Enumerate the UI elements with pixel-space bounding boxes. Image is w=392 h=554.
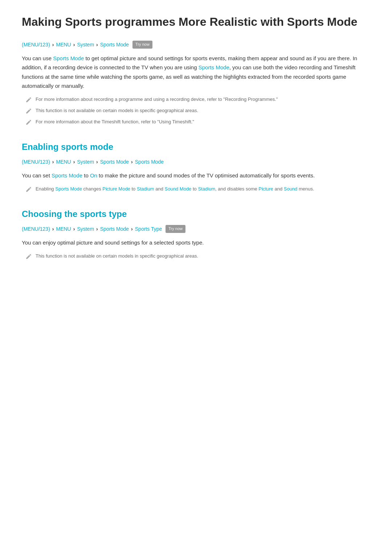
breadcrumb-separator-2: › [73,41,75,49]
enabling-sep-1: › [52,158,54,166]
enabling-sep-4: › [131,158,133,166]
page-title: Making Sports programmes More Realistic … [22,15,370,30]
choosing-sep-4: › [131,225,133,233]
enabling-breadcrumb: (MENU/123) › MENU › System › Sports Mode… [22,158,370,166]
choosing-heading: Choosing the sports type [22,207,370,221]
intro-note-3: For more information about the Timeshift… [25,118,370,126]
intro-note-3-text: For more information about the Timeshift… [36,118,194,126]
choosing-note-icon [25,253,32,260]
choosing-breadcrumb-system[interactable]: System [77,225,94,233]
sports-mode-link-1[interactable]: Sports Mode [53,55,84,61]
enabling-note-sports-mode[interactable]: Sports Mode [55,186,82,192]
note-icon-2 [25,108,32,114]
breadcrumb-separator-1: › [52,41,54,49]
intro-note-2: This function is not available on certai… [25,107,370,115]
enabling-sep-2: › [73,158,75,166]
breadcrumb-code: (MENU/123) [22,41,50,49]
intro-breadcrumb: (MENU/123) › MENU › System › Sports Mode… [22,41,370,49]
enabling-note-stadium-1[interactable]: Stadium [137,186,154,192]
sports-mode-link-2[interactable]: Sports Mode [199,64,229,70]
note-icon-3 [25,119,32,126]
enabling-note-text: Enabling Sports Mode changes Picture Mod… [36,185,314,193]
enabling-breadcrumb-sports-mode-2[interactable]: Sports Mode [135,158,164,166]
choosing-sep-3: › [96,225,98,233]
breadcrumb-menu[interactable]: MENU [56,41,71,49]
choosing-breadcrumb-menu[interactable]: MENU [56,225,71,233]
enabling-body: You can set Sports Mode to On to make th… [22,171,370,180]
try-now-badge-intro[interactable]: Try now [132,41,152,49]
choosing-sep-2: › [73,225,75,233]
enabling-note-stadium-2[interactable]: Stadium [198,186,215,192]
choosing-note-1: This function is not available on certai… [25,253,370,260]
enabling-notes: Enabling Sports Mode changes Picture Mod… [25,185,370,193]
choosing-breadcrumb-sports-type[interactable]: Sports Type [135,225,162,233]
enabling-on-link[interactable]: On [90,172,97,178]
enabling-note-picture-mode[interactable]: Picture Mode [102,186,130,192]
enabling-breadcrumb-system[interactable]: System [77,158,94,166]
breadcrumb-separator-3: › [96,41,98,49]
choosing-notes: This function is not available on certai… [25,253,370,260]
note-icon-1 [25,97,32,103]
choosing-breadcrumb-code: (MENU/123) [22,225,50,233]
enabling-breadcrumb-sports-mode[interactable]: Sports Mode [100,158,129,166]
intro-notes: For more information about recording a p… [25,96,370,126]
enabling-heading: Enabling sports mode [22,140,370,154]
breadcrumb-sports-mode[interactable]: Sports Mode [100,41,129,49]
enabling-breadcrumb-menu[interactable]: MENU [56,158,71,166]
intro-body: You can use Sports Mode to get optimal p… [22,54,370,91]
choosing-body: You can enjoy optimal picture and sound … [22,238,370,247]
enabling-note-1: Enabling Sports Mode changes Picture Mod… [25,185,370,193]
enabling-note-icon [25,186,32,193]
choosing-breadcrumb: (MENU/123) › MENU › System › Sports Mode… [22,225,370,233]
intro-note-2-text: This function is not available on certai… [36,107,198,115]
enabling-note-picture[interactable]: Picture [258,186,273,192]
intro-note-1-text: For more information about recording a p… [36,96,278,103]
choosing-breadcrumb-sports-mode[interactable]: Sports Mode [100,225,129,233]
choosing-note-text: This function is not available on certai… [36,253,198,260]
intro-note-1: For more information about recording a p… [25,96,370,103]
enabling-note-sound-mode[interactable]: Sound Mode [165,186,192,192]
enabling-sep-3: › [96,158,98,166]
enabling-note-sound[interactable]: Sound [284,186,298,192]
try-now-badge-choosing[interactable]: Try now [166,225,185,233]
choosing-sep-1: › [52,225,54,233]
enabling-breadcrumb-code: (MENU/123) [22,158,50,166]
breadcrumb-system[interactable]: System [77,41,94,49]
enabling-sports-mode-link[interactable]: Sports Mode [52,172,82,178]
